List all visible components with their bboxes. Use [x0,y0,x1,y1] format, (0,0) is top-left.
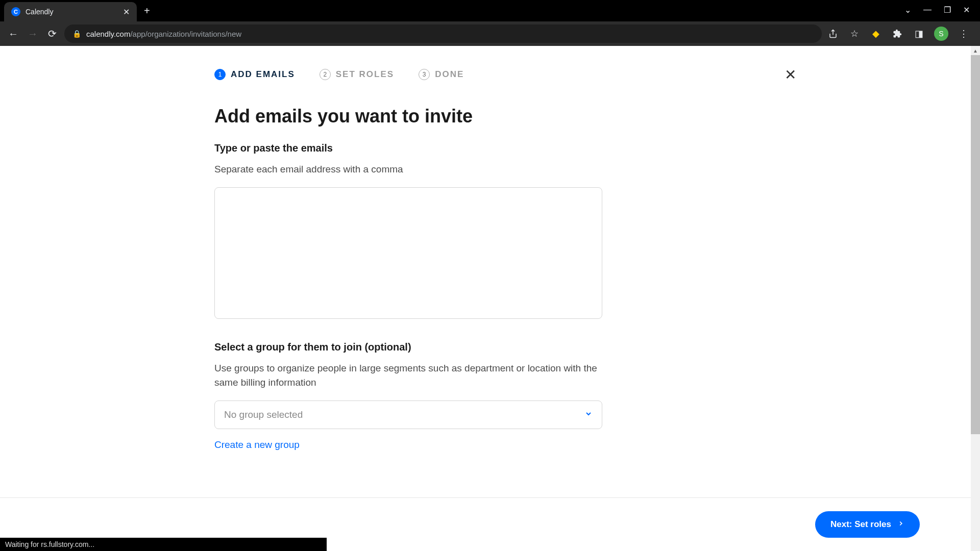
reload-button[interactable]: ⟳ [45,27,59,41]
chevron-right-icon [897,520,904,529]
chevron-down-icon [584,410,593,420]
step-label: ADD EMAILS [231,69,295,80]
maximize-icon[interactable]: ❐ [944,5,951,15]
star-icon[interactable]: ☆ [848,28,861,40]
next-button-label: Next: Set roles [830,519,891,530]
scrollbar-thumb[interactable] [971,55,980,434]
page-content: ✕ 1 ADD EMAILS 2 SET ROLES 3 DONE Add em… [0,46,980,551]
close-tab-icon[interactable]: ✕ [123,7,130,17]
share-icon[interactable] [827,28,839,40]
group-field-label: Select a group for them to join (optiona… [214,341,602,353]
close-modal-button[interactable]: ✕ [785,66,796,83]
new-tab-button[interactable]: + [144,5,150,17]
group-field-hint: Use groups to organize people in large s… [214,361,602,390]
email-field-label: Type or paste the emails [214,142,602,154]
group-select-placeholder: No group selected [224,409,303,420]
page-title: Add emails you want to invite [214,106,602,127]
step-number: 3 [419,69,430,80]
toolbar-icons: ☆ ◆ ◨ S ⋮ [827,27,974,41]
stepper: 1 ADD EMAILS 2 SET ROLES 3 DONE [214,69,817,80]
url-domain: calendly.com [86,30,130,38]
email-field-hint: Separate each email address with a comma [214,162,602,177]
browser-tab[interactable]: C Calendly ✕ [4,2,137,21]
form-section: Add emails you want to invite Type or pa… [214,106,602,450]
group-select[interactable]: No group selected [214,400,602,429]
tab-title: Calendly [26,8,118,16]
step-label: DONE [435,69,464,80]
browser-chrome: C Calendly ✕ + ⌄ — ❐ ✕ ← → ⟳ 🔒 calendly.… [0,0,980,46]
forward-button[interactable]: → [26,27,40,41]
email-input[interactable] [214,187,602,319]
step-number: 2 [320,69,331,80]
dropdown-icon[interactable]: ⌄ [904,5,911,15]
tab-bar: C Calendly ✕ + ⌄ — ❐ ✕ [0,0,980,21]
back-button[interactable]: ← [6,27,20,41]
window-controls: ⌄ — ❐ ✕ [894,0,980,20]
panel-icon[interactable]: ◨ [913,28,925,40]
lock-icon: 🔒 [72,30,81,38]
extension-icon[interactable]: ◆ [870,28,882,40]
next-button[interactable]: Next: Set roles [815,511,920,538]
puzzle-icon[interactable] [891,28,903,40]
scrollbar-arrow-up-icon[interactable]: ▲ [971,47,980,54]
profile-avatar[interactable]: S [934,27,948,41]
url-bar[interactable]: 🔒 calendly.com/app/organization/invitati… [64,24,822,43]
close-window-icon[interactable]: ✕ [963,5,970,15]
scrollbar[interactable]: ▲ [971,46,980,551]
step-done[interactable]: 3 DONE [419,69,464,80]
address-bar: ← → ⟳ 🔒 calendly.com/app/organization/in… [0,21,980,46]
url-path: /app/organization/invitations/new [130,30,241,38]
more-icon[interactable]: ⋮ [958,28,970,40]
minimize-icon[interactable]: — [923,5,932,15]
calendly-favicon: C [11,7,20,16]
create-group-link[interactable]: Create a new group [214,439,602,450]
step-add-emails[interactable]: 1 ADD EMAILS [214,69,295,80]
step-label: SET ROLES [336,69,394,80]
step-number: 1 [214,69,226,80]
status-bar: Waiting for rs.fullstory.com... [0,538,327,551]
step-set-roles[interactable]: 2 SET ROLES [320,69,394,80]
